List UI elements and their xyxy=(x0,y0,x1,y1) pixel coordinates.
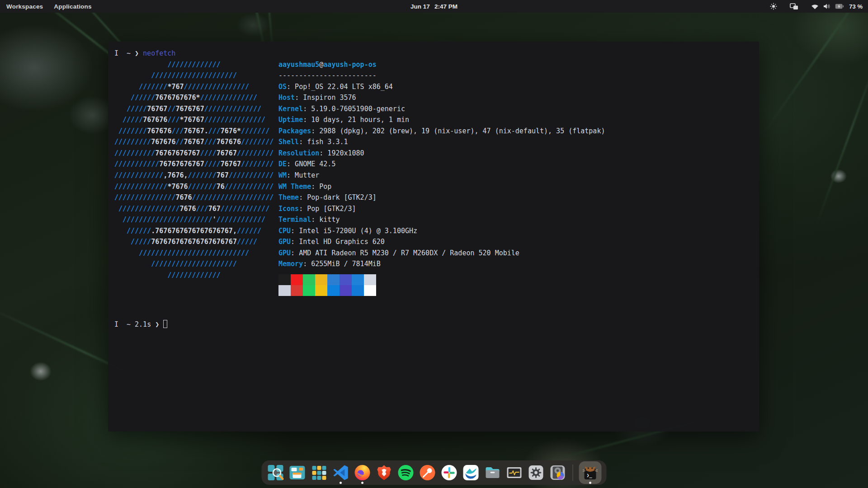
active-app-tile: ❯_ xyxy=(579,461,602,484)
slack-icon xyxy=(440,464,458,482)
applications-menu[interactable]: Applications xyxy=(54,3,91,10)
dock-item-applications[interactable] xyxy=(309,460,330,485)
neofetch-output: ///////////// ///////////////////// ////… xyxy=(114,59,759,297)
window-switcher-icon[interactable] xyxy=(790,3,798,10)
palette-swatch xyxy=(352,274,364,285)
typed-command: neofetch xyxy=(143,49,175,57)
workspaces-icon xyxy=(288,464,307,482)
applications-icon xyxy=(310,464,328,482)
palette-swatch xyxy=(352,285,364,296)
palette-swatch xyxy=(291,285,303,296)
system-tray[interactable]: 73 % xyxy=(770,0,863,13)
clock-time: 2:47 PM xyxy=(434,3,458,10)
volume-icon[interactable] xyxy=(823,3,831,9)
neofetch-header: aayushmau5@aayush-pop-os xyxy=(278,59,605,70)
palette-swatch xyxy=(364,274,376,285)
spotify-icon xyxy=(397,464,415,482)
vi-mode-indicator: I xyxy=(114,320,118,328)
dock-item-brave[interactable] xyxy=(374,460,395,485)
running-indicator-dot xyxy=(340,482,342,484)
dock-item-mailspring[interactable] xyxy=(461,460,481,485)
mailspring-icon xyxy=(462,464,480,482)
kitty-terminal-icon: ❯_ xyxy=(581,464,599,482)
workspaces-menu[interactable]: Workspaces xyxy=(6,3,43,10)
dock-item-pop-launcher[interactable] xyxy=(265,460,286,485)
vscode-icon xyxy=(332,464,350,482)
neofetch-info-row: CPU: Intel i5-7200U (4) @ 3.100GHz xyxy=(278,225,605,237)
wifi-icon[interactable] xyxy=(811,4,819,9)
prompt-line-1: I~❯neofetch xyxy=(114,48,759,59)
terminal-color-palette xyxy=(278,274,605,296)
neofetch-info-column: aayushmau5@aayush-pop-os ---------------… xyxy=(278,59,605,296)
dock-item-postman[interactable] xyxy=(417,460,438,485)
neofetch-info-row: Packages: 2988 (dpkg), 202 (brew), 19 (n… xyxy=(278,126,605,137)
neofetch-info-row: DE: GNOME 42.5 xyxy=(278,159,605,170)
palette-swatch xyxy=(340,285,352,296)
dock-item-kitty-terminal[interactable]: ❯_ xyxy=(578,460,603,485)
palette-swatch xyxy=(315,285,327,296)
neofetch-info-row: Terminal: kitty xyxy=(278,214,605,225)
running-indicator-dot xyxy=(589,482,591,484)
neofetch-info-row: Theme: Pop-dark [GTK2/3] xyxy=(278,192,605,203)
prompt-symbol: ❯ xyxy=(135,49,139,57)
dock-item-slack[interactable] xyxy=(439,460,460,485)
disk-usage-analyzer-icon xyxy=(549,464,567,482)
command-duration: 2.1s xyxy=(135,320,151,328)
palette-swatch xyxy=(327,285,340,296)
palette-swatch xyxy=(291,274,303,285)
vi-mode-indicator: I xyxy=(114,49,118,57)
palette-swatch xyxy=(278,274,291,285)
kitty-terminal-window[interactable]: I~❯neofetch ///////////// //////////////… xyxy=(108,42,759,432)
palette-swatch xyxy=(303,285,315,296)
clock-date: Jun 17 xyxy=(410,3,430,10)
neofetch-info-row: WM Theme: Pop xyxy=(278,181,605,192)
files-icon xyxy=(484,464,502,482)
dock-item-spotify[interactable] xyxy=(396,460,416,485)
system-monitor-icon xyxy=(505,464,524,482)
neofetch-info-row: Shell: fish 3.3.1 xyxy=(278,136,605,148)
top-bar: Workspaces Applications Jun 17 2:47 PM 7… xyxy=(0,0,868,13)
neofetch-info-row: WM: Mutter xyxy=(278,170,605,181)
postman-icon xyxy=(419,464,437,482)
dock-item-settings[interactable] xyxy=(526,460,547,485)
brightness-icon[interactable] xyxy=(770,3,777,10)
pine-needle xyxy=(815,65,868,226)
dock-item-workspaces[interactable] xyxy=(287,460,308,485)
neofetch-info-row: Kernel: 5.19.0-76051900-generic xyxy=(278,103,605,115)
palette-swatch xyxy=(278,285,291,296)
dock-item-vscode[interactable] xyxy=(330,460,351,485)
neofetch-info-row: OS: Pop!_OS 22.04 LTS x86_64 xyxy=(278,81,605,93)
hostname: aayush-pop-os xyxy=(323,61,376,69)
battery-percentage: 73 % xyxy=(849,3,863,10)
settings-icon xyxy=(527,464,545,482)
prompt-cwd: ~ xyxy=(127,320,131,328)
neofetch-info-lines: OS: Pop!_OS 22.04 LTS x86_64Host: Inspir… xyxy=(278,81,605,270)
firefox-icon xyxy=(354,464,372,482)
neofetch-info-row: Resolution: 868x488 xyxy=(278,148,605,159)
terminal-cursor xyxy=(163,320,167,328)
svg-text:❯_: ❯_ xyxy=(587,473,593,478)
palette-swatch xyxy=(364,285,376,296)
prompt-line-2: I~2.1s❯ xyxy=(114,319,759,330)
brave-icon xyxy=(375,464,393,482)
neofetch-info-row: Host: Inspiron 3576 xyxy=(278,92,605,103)
dock-item-disk-usage-analyzer[interactable] xyxy=(547,460,568,485)
clock[interactable]: Jun 17 2:47 PM xyxy=(410,3,458,10)
palette-swatch xyxy=(303,274,315,285)
neofetch-info-row: Icons: Pop [GTK2/3] xyxy=(278,203,605,215)
battery-icon[interactable] xyxy=(835,4,844,9)
dock-item-files[interactable] xyxy=(482,460,503,485)
dock-item-system-monitor[interactable] xyxy=(504,460,525,485)
neofetch-info-row: GPU: Intel HD Graphics 620 xyxy=(278,236,605,248)
dock-item-firefox[interactable] xyxy=(352,460,373,485)
neofetch-info-row: GPU: AMD ATI Radeon R5 M230 / R7 M260DX … xyxy=(278,248,605,259)
palette-swatch xyxy=(327,274,340,285)
dock-separator xyxy=(573,465,573,481)
pop-launcher-icon xyxy=(267,464,285,482)
dock: ❯_ xyxy=(262,460,607,485)
username: aayushmau5 xyxy=(278,61,319,69)
neofetch-separator: ------------------------ xyxy=(278,70,605,81)
prompt-symbol: ❯ xyxy=(155,320,159,328)
neofetch-info-row: Uptime: 10 days, 21 hours, 1 min xyxy=(278,114,605,126)
pine-needle xyxy=(763,0,868,134)
